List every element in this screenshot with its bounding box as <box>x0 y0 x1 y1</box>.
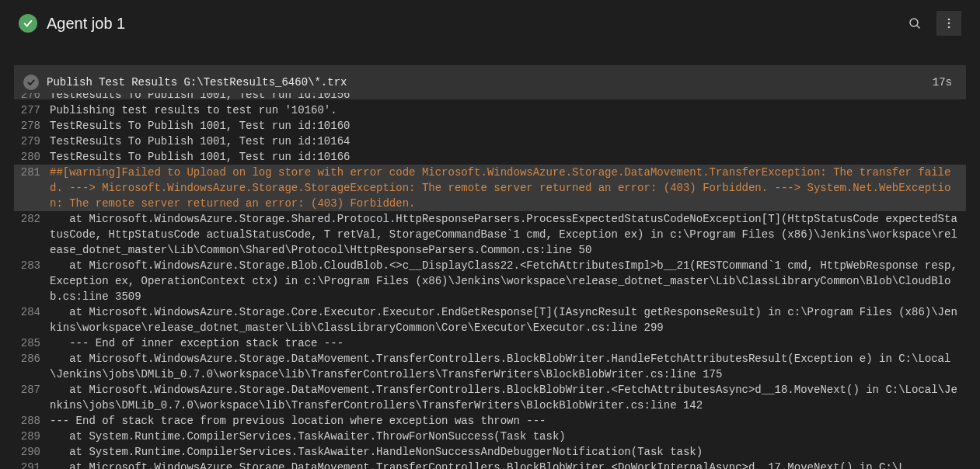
log-line: 283 at Microsoft.WindowsAzure.Storage.Bl… <box>14 258 966 304</box>
line-number: 286 <box>14 351 50 382</box>
line-text: at Microsoft.WindowsAzure.Storage.Shared… <box>50 211 966 258</box>
line-number: 291 <box>14 460 50 469</box>
log-line: 289 at System.Runtime.CompilerServices.T… <box>14 429 966 444</box>
line-text: --- End of inner exception stack trace -… <box>50 335 966 351</box>
line-text: --- End of stack trace from previous loc… <box>50 413 966 429</box>
task-duration: 17s <box>933 76 952 89</box>
log-line: 281##[warning]Failed to Upload on log st… <box>14 165 966 211</box>
page-header: Agent job 1 <box>0 0 980 47</box>
search-button[interactable] <box>902 11 927 36</box>
line-number: 279 <box>14 134 50 149</box>
log-line: 284 at Microsoft.WindowsAzure.Storage.Co… <box>14 304 966 335</box>
log-line: 278TestResults To Publish 1001, Test run… <box>14 118 966 134</box>
line-number: 290 <box>14 444 50 460</box>
line-number: 280 <box>14 149 50 165</box>
log-output[interactable]: 276TestResults To Publish 1001, Test run… <box>14 93 966 469</box>
svg-point-4 <box>948 26 950 29</box>
log-line: 279TestResults To Publish 1001, Test run… <box>14 134 966 149</box>
line-text: TestResults To Publish 1001, Test run id… <box>50 149 966 165</box>
line-number: 288 <box>14 413 50 429</box>
line-text: ##[warning]Failed to Upload on log store… <box>50 165 966 211</box>
job-title: Agent job 1 <box>47 15 893 33</box>
line-number: 277 <box>14 102 50 118</box>
log-line: 280TestResults To Publish 1001, Test run… <box>14 149 966 165</box>
job-status-success-icon <box>19 14 37 33</box>
line-text: at Microsoft.WindowsAzure.Storage.Blob.C… <box>50 258 966 304</box>
line-text: TestResults To Publish 1001, Test run id… <box>50 118 966 134</box>
task-label: Publish Test Results G:\TestResults_6460… <box>47 76 925 89</box>
log-line: 291 at Microsoft.WindowsAzure.Storage.Da… <box>14 460 966 469</box>
line-number: 285 <box>14 335 50 351</box>
line-text: TestResults To Publish 1001, Test run id… <box>50 134 966 149</box>
task-status-success-icon <box>23 75 39 90</box>
line-text: at Microsoft.WindowsAzure.Storage.DataMo… <box>50 351 966 382</box>
log-line: 276TestResults To Publish 1001, Test run… <box>14 93 966 102</box>
line-number: 281 <box>14 165 50 211</box>
log-line: 288--- End of stack trace from previous … <box>14 413 966 429</box>
line-number: 278 <box>14 118 50 134</box>
line-text: Publishing test results to test run '101… <box>50 102 966 118</box>
line-text: at System.Runtime.CompilerServices.TaskA… <box>50 444 966 460</box>
more-actions-button[interactable] <box>936 11 961 36</box>
line-number: 282 <box>14 211 50 258</box>
line-text: TestResults To Publish 1001, Test run id… <box>50 93 966 102</box>
log-line: 290 at System.Runtime.CompilerServices.T… <box>14 444 966 460</box>
log-line: 287 at Microsoft.WindowsAzure.Storage.Da… <box>14 382 966 413</box>
svg-point-2 <box>948 19 950 21</box>
svg-line-1 <box>917 26 920 29</box>
line-number: 284 <box>14 304 50 335</box>
svg-point-0 <box>910 19 918 26</box>
log-line: 286 at Microsoft.WindowsAzure.Storage.Da… <box>14 351 966 382</box>
line-text: at Microsoft.WindowsAzure.Storage.DataMo… <box>50 382 966 413</box>
line-text: at Microsoft.WindowsAzure.Storage.Core.E… <box>50 304 966 335</box>
svg-point-3 <box>948 23 950 25</box>
line-number: 287 <box>14 382 50 413</box>
line-text: at System.Runtime.CompilerServices.TaskA… <box>50 429 966 444</box>
line-number: 289 <box>14 429 50 444</box>
line-text: at Microsoft.WindowsAzure.Storage.DataMo… <box>50 460 966 469</box>
log-line: 277Publishing test results to test run '… <box>14 102 966 118</box>
line-number: 283 <box>14 258 50 304</box>
line-number: 276 <box>14 93 50 102</box>
log-line: 282 at Microsoft.WindowsAzure.Storage.Sh… <box>14 211 966 258</box>
log-line: 285 --- End of inner exception stack tra… <box>14 335 966 351</box>
